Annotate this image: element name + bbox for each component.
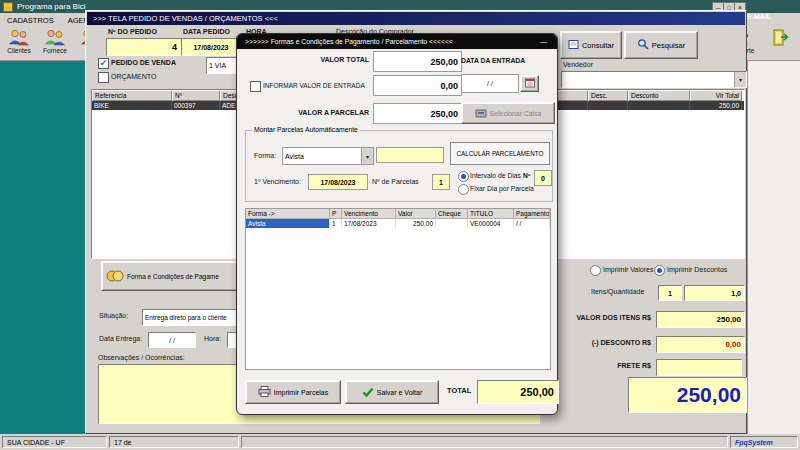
order-window-titlebar[interactable]: >>> TELA PEDIDO DE VENDAS / ORÇAMENTOS <… xyxy=(87,12,745,25)
hora-entrega-label: Hora: xyxy=(204,335,221,342)
status-date: 17 de xyxy=(109,436,239,448)
data-entrega-label: Data Entrega: xyxy=(99,335,142,342)
intervalo-dias-label: Intervalo de Dias xyxy=(470,172,521,179)
parcels-grid-row[interactable]: Avista 1 17/08/2023 250,00 VE000004 / / xyxy=(246,219,550,228)
dialog-minimize-icon[interactable]: — xyxy=(540,38,547,45)
vendedor-dropdown-icon[interactable] xyxy=(734,72,746,87)
informar-entrada-checkbox[interactable] xyxy=(250,81,261,92)
calendar-icon xyxy=(525,78,535,90)
col-vlr-total: Vlr Total xyxy=(690,90,742,101)
app-icon xyxy=(3,2,13,12)
payment-dialog-titlebar[interactable]: >>>>>> Formas e Condições de Pagamento /… xyxy=(237,34,557,49)
intervalo-dias-radio[interactable] xyxy=(458,171,469,182)
fixar-dia-label: Fixar Dia por Parcela xyxy=(470,185,534,192)
forma-label: Forma: xyxy=(254,152,276,159)
col-numero: Nº xyxy=(172,90,220,101)
toolbar-fornecedores-label: Fornece xyxy=(43,47,67,54)
dialog-total-field: 250,00 xyxy=(477,380,559,404)
num-parcelas-field[interactable]: 1 xyxy=(432,174,450,190)
num-parcelas-label: Nº de Parcelas xyxy=(372,178,419,185)
pedido-venda-label: PEDIDO DE VENDA xyxy=(111,59,176,66)
col-desc: Desc. xyxy=(588,90,628,101)
payment-conditions-button[interactable]: Forma e Condições de Pagame xyxy=(101,261,241,291)
itens-quantidade-label: Itens/Quantidade xyxy=(591,288,644,295)
imprimir-valores-label: Imprimir Valores xyxy=(603,266,653,273)
toolbar-clientes[interactable]: Clientes xyxy=(2,29,36,54)
calendar-button[interactable] xyxy=(520,75,539,92)
entrada-field[interactable]: 0,00 xyxy=(373,75,462,96)
lookup-card-icon xyxy=(568,39,579,52)
data-pedido-label: DATA PEDIDO xyxy=(183,28,230,35)
data-entrada-label: DATA DA ENTRADA xyxy=(461,57,551,64)
search-icon xyxy=(637,38,649,52)
fixar-dia-radio[interactable] xyxy=(458,184,469,195)
salvar-voltar-button[interactable]: Salvar e Voltar xyxy=(345,380,439,404)
payment-dialog: >>>>>> Formas e Condições de Pagamento /… xyxy=(236,33,558,415)
app-title: Programa para Bici xyxy=(17,2,85,11)
cash-drawer-icon xyxy=(475,108,487,119)
observacoes-label: Observações / Ocorrências: xyxy=(98,354,185,361)
orcamento-checkbox[interactable] xyxy=(98,72,109,83)
mdi-area xyxy=(747,61,800,434)
parcels-grid-header: Forma -> P Vencimento Valor Cheque TITUL… xyxy=(246,209,550,219)
num-label: Nº xyxy=(523,172,530,179)
toolbar-sair[interactable] xyxy=(764,29,798,47)
desconto-field[interactable]: 0,00 xyxy=(656,336,745,353)
vendedor-label: Vendedor xyxy=(563,61,593,68)
vencimento-field[interactable]: 17/08/2023 xyxy=(308,174,368,190)
valor-total-label: VALOR TOTAL xyxy=(251,56,369,63)
toolbar-fornecedores[interactable]: Fornece xyxy=(38,29,72,54)
col-cheque: Cheque xyxy=(436,209,468,219)
coins-icon xyxy=(106,269,124,284)
valor-total-field: 250,00 xyxy=(373,51,462,72)
pesquisar-button[interactable]: Pesquisar xyxy=(624,31,698,59)
imprimir-descontos-radio[interactable] xyxy=(654,265,665,276)
frete-field[interactable] xyxy=(656,359,742,376)
email-toolbar-label[interactable]: E-MAIL xyxy=(747,13,771,20)
pedido-num-label: Nº DO PEDIDO xyxy=(108,28,157,35)
col-referencia: Referencia xyxy=(92,90,172,101)
green-check-icon xyxy=(362,387,374,398)
valor-parcelar-field: 250,00 xyxy=(373,103,462,124)
forma-extra-field[interactable] xyxy=(376,147,444,163)
data-entrega-field[interactable]: / / xyxy=(148,332,196,348)
status-brand: FpqSystem xyxy=(730,436,798,448)
order-window-title: >>> TELA PEDIDO DE VENDAS / ORÇAMENTOS <… xyxy=(93,14,278,23)
menu-cadastros[interactable]: CADASTROS xyxy=(7,16,54,25)
pedido-venda-checkbox[interactable] xyxy=(98,58,109,69)
vendedor-select[interactable] xyxy=(561,71,747,88)
montar-parcelas-group-label: Montar Parcelas Automáticamente xyxy=(252,126,360,133)
col-forma: Forma -> xyxy=(246,209,330,219)
col-vencimento: Vencimento xyxy=(342,209,396,219)
exit-door-icon xyxy=(772,29,790,47)
dialog-total-label: TOTAL xyxy=(447,386,471,395)
calcular-parcelamento-button[interactable]: CALCULAR PARCELAMENTO xyxy=(450,142,550,165)
forma-dropdown-icon[interactable] xyxy=(361,148,373,164)
col-pagamento: Pagamento xyxy=(514,209,550,219)
consultar-button[interactable]: Consultar xyxy=(560,31,622,59)
imprimir-parcelas-button[interactable]: Imprimir Parcelas xyxy=(245,380,341,404)
quantidade-field: 1,0 xyxy=(684,285,745,301)
col-valor: Valor xyxy=(396,209,436,219)
data-entrada-field[interactable]: / / xyxy=(461,74,519,93)
imprimir-descontos-label: Imprimir Descontos xyxy=(667,266,727,273)
status-spacer xyxy=(241,436,728,448)
payment-dialog-title: >>>>>> Formas e Condições de Pagamento /… xyxy=(245,38,453,45)
imprimir-valores-radio[interactable] xyxy=(590,265,601,276)
forma-select[interactable]: Avista xyxy=(282,147,374,165)
suppliers-icon xyxy=(44,29,66,47)
informar-entrada-label: INFORMAR VALOR DE ENTRADA xyxy=(263,82,365,89)
num-field[interactable]: 0 xyxy=(534,170,552,186)
pedido-num-field[interactable]: 4 xyxy=(106,38,183,56)
valor-parcelar-label: VALOR A PARCELAR xyxy=(251,109,369,116)
printer-icon xyxy=(258,386,271,398)
clients-icon xyxy=(8,29,30,47)
status-city: SUA CIDADE - UF xyxy=(2,436,107,448)
col-desconto: Desconto xyxy=(628,90,690,101)
parcels-grid[interactable]: Forma -> P Vencimento Valor Cheque TITUL… xyxy=(245,208,551,370)
selecionar-caixa-button[interactable]: Selecionar Caixa xyxy=(461,102,555,124)
data-pedido-field[interactable]: 17/08/2023 xyxy=(181,38,241,56)
col-titulo: TITULO xyxy=(468,209,514,219)
grand-total-field: 250,00 xyxy=(628,377,747,413)
valor-itens-field: 250,00 xyxy=(656,311,745,328)
